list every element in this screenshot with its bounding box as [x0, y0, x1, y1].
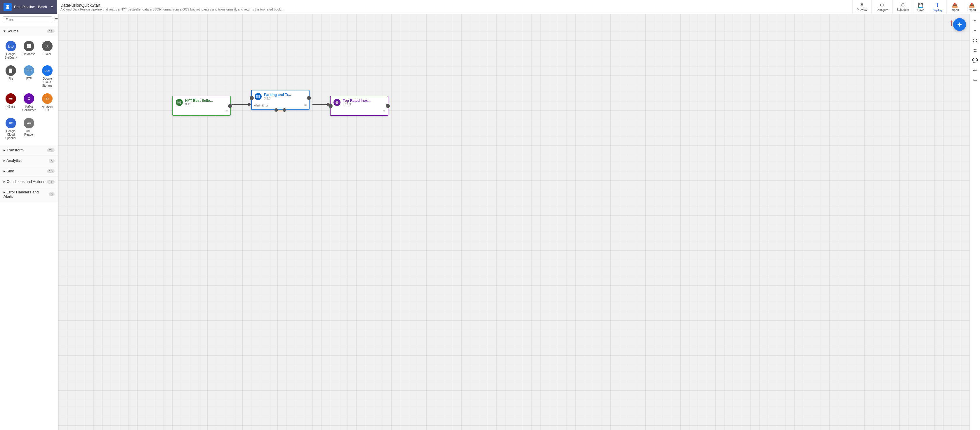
alert-port[interactable] [275, 108, 278, 112]
plugin-gcs[interactable]: GCS Google Cloud Storage [39, 63, 56, 90]
svg-point-18 [974, 49, 975, 50]
ftp-label: FTP [26, 77, 32, 81]
error-label: Error [262, 104, 268, 107]
redo-button[interactable]: ↪ [970, 76, 979, 85]
node-nyt-footer: ≡ [173, 108, 230, 115]
node-toprated-header: Top Rated Inex... 0.11.3 [331, 96, 388, 108]
transform-section-header[interactable]: ▸ Transform 26 [0, 145, 58, 155]
excel-label: Excel [44, 52, 51, 56]
save-button[interactable]: 💾 Save [913, 0, 928, 14]
node-nyt-right-port[interactable] [228, 104, 232, 108]
sink-label: ▸ Sink [3, 169, 14, 173]
svg-point-17 [336, 102, 337, 103]
gcs-icon: GCS [42, 65, 52, 76]
sink-count: 10 [47, 169, 55, 173]
node-parsing-menu[interactable]: ≡ [304, 103, 307, 108]
plugin-excel[interactable]: X Excel [39, 38, 56, 62]
analytics-section-header[interactable]: ▸ Analytics 5 [0, 155, 58, 166]
undo-button[interactable]: ↩ [970, 66, 979, 75]
sink-section: ▸ Sink 10 [0, 166, 58, 176]
node-parsing-right-port[interactable] [307, 96, 311, 100]
error-label: ▸ Error Handlers and Alerts [3, 190, 49, 199]
schedule-button[interactable]: ⏱ Schedule [892, 0, 913, 14]
node-toprated-left-port[interactable] [329, 104, 332, 108]
sink-section-header[interactable]: ▸ Sink 10 [0, 166, 58, 176]
plugin-bigquery[interactable]: BQ Google BigQuery [2, 38, 19, 62]
plugin-database[interactable]: Database [21, 38, 37, 62]
canvas-area[interactable]: ↑ NYT Best Selle... 0.11.3 ≡ [59, 14, 980, 430]
align-button[interactable] [970, 46, 979, 55]
svg-rect-3 [29, 46, 31, 48]
s3-label: Amazon S3 [40, 105, 55, 112]
node-toprated-menu[interactable]: ≡ [383, 109, 385, 113]
ftp-icon: FTP [24, 65, 34, 76]
import-label: Import [951, 8, 959, 12]
schedule-icon: ⏱ [900, 2, 905, 8]
configure-button[interactable]: ⚙ Configure [871, 0, 892, 14]
node-parsing-version: 3.2.3 [264, 97, 306, 100]
deploy-button[interactable]: ⬆ Deploy [928, 0, 946, 14]
error-count: 3 [49, 192, 55, 196]
zoom-in-button[interactable]: + [970, 16, 979, 25]
plugin-spanner[interactable]: SP Google Cloud Spanner [2, 116, 19, 142]
plugin-kafka[interactable]: ⚙ Kafka Consumer [21, 91, 37, 114]
node-nyt-icon [176, 99, 183, 106]
zoom-out-button[interactable]: − [970, 26, 979, 35]
node-parsing-header: Parsing and Tr... 3.2.3 [252, 90, 309, 102]
error-port[interactable] [283, 108, 286, 112]
export-icon: 📤 [969, 2, 975, 8]
node-parsing[interactable]: Parsing and Tr... 3.2.3 Alert Error ≡ [251, 90, 310, 110]
import-icon: 📥 [952, 2, 958, 8]
export-button[interactable]: 📤 Export [963, 0, 980, 14]
s3-icon: S3 [42, 94, 52, 104]
preview-icon: 👁 [860, 2, 864, 8]
node-toprated-right-port[interactable] [386, 104, 390, 108]
plugin-ftp[interactable]: FTP FTP [21, 63, 37, 90]
node-nyt-version: 0.11.3 [185, 103, 227, 106]
xml-label: XML Reader [22, 130, 36, 136]
main-layout: ☰ ⊞ « ▾ Source 11 BQ Google BigQuery [0, 14, 980, 430]
error-section-header[interactable]: ▸ Error Handlers and Alerts 3 [0, 187, 58, 202]
schedule-label: Schedule [897, 8, 909, 11]
fit-screen-button[interactable] [970, 36, 979, 45]
plugin-hbase[interactable]: HB HBase [2, 91, 19, 114]
node-toprated-version: 0.11.3 [343, 103, 385, 106]
source-label: ▾ Source [3, 29, 19, 33]
add-node-button[interactable]: + [953, 18, 966, 31]
source-plugin-grid: BQ Google BigQuery Database [0, 36, 58, 145]
preview-button[interactable]: 👁 Preview [853, 0, 871, 14]
node-parsing-name: Parsing and Tr... [264, 93, 306, 97]
error-section: ▸ Error Handlers and Alerts 3 [0, 187, 58, 202]
comment-button[interactable]: 💬 [970, 56, 979, 65]
alert-label: Alert [254, 104, 260, 107]
conditions-section-header[interactable]: ▸ Conditions and Actions 11 [0, 176, 58, 187]
hbase-icon: HB [6, 94, 16, 104]
list-view-button[interactable]: ☰ [54, 17, 59, 23]
filter-input[interactable] [3, 16, 52, 23]
transform-label: ▸ Transform [3, 148, 24, 152]
import-button[interactable]: 📥 Import [947, 0, 963, 14]
database-label: Database [23, 52, 35, 56]
transform-count: 26 [47, 148, 55, 152]
configure-label: Configure [876, 8, 888, 12]
node-nyt-name: NYT Best Selle... [185, 98, 227, 103]
canvas-connections [59, 14, 980, 430]
plugin-file[interactable]: File [2, 63, 19, 90]
bigquery-icon: BQ [6, 41, 16, 51]
conditions-label: ▸ Conditions and Actions [3, 179, 45, 184]
node-parsing-icon [255, 93, 262, 100]
node-nyt-info: NYT Best Selle... 0.11.3 [185, 98, 227, 106]
node-parsing-left-port[interactable] [250, 96, 254, 100]
plugin-s3[interactable]: S3 Amazon S3 [39, 91, 56, 114]
kafka-label: Kafka Consumer [22, 105, 36, 112]
node-nyt-source[interactable]: NYT Best Selle... 0.11.3 ≡ [172, 96, 231, 116]
source-section-header[interactable]: ▾ Source 11 [0, 26, 58, 36]
top-actions: 👁 Preview ⚙ Configure ⏱ Schedule 💾 Save … [853, 0, 980, 14]
transform-section: ▸ Transform 26 [0, 145, 58, 155]
node-toprated[interactable]: Top Rated Inex... 0.11.3 ≡ [330, 96, 388, 116]
plugin-xml[interactable]: XML XML Reader [21, 116, 37, 142]
svg-rect-2 [27, 46, 29, 48]
excel-icon: X [42, 41, 52, 51]
node-nyt-menu[interactable]: ≡ [226, 109, 228, 113]
pipeline-type-selector[interactable]: Data Pipeline - Batch ▼ [0, 0, 57, 14]
